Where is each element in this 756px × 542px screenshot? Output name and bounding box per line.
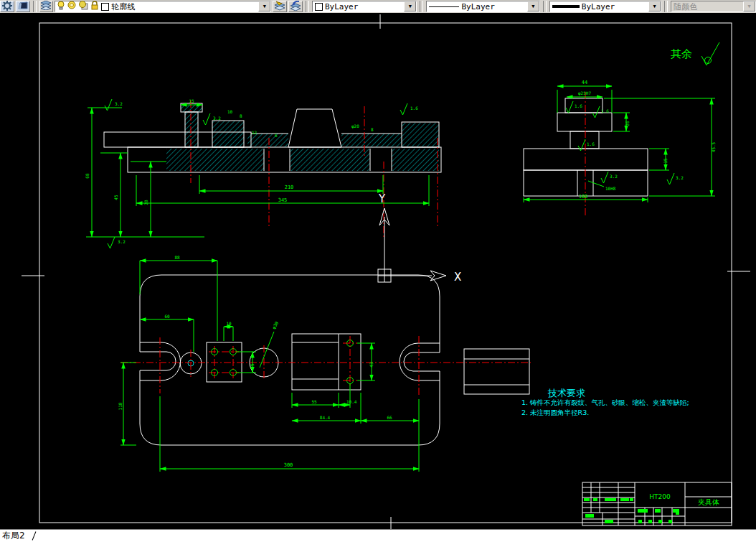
roughness-symbol [667,173,674,184]
toolbar-separator [306,1,309,12]
dim-text: 10 [226,321,232,326]
sheet-frame [22,14,750,530]
dim-text: 55 [311,399,317,404]
roughness-value: 3.2 [213,116,221,121]
gear-icon [2,1,12,13]
toolbar-separator [33,1,37,12]
bulb-icon [57,1,65,12]
dim-text: 68 [85,173,90,179]
dim-text: 84.4 [320,415,331,420]
layer-properties-button[interactable] [0,1,14,12]
roughness-value: 3.2 [118,239,126,244]
toolbar-separator [664,1,668,12]
dim-text: 100 [579,194,588,200]
ucs-x-label: X [454,271,461,284]
linetype-combo[interactable]: ByLayer ▼ [426,1,539,12]
layers-icon [41,1,52,12]
roughness-value: 1.6 [410,106,418,111]
roughness-value: 1.6 [587,141,595,146]
color-combo[interactable]: ByLayer ▼ [312,1,417,12]
plot-style-value: 随颜色 [674,1,697,12]
surface-finish-note: 其余 [671,42,719,65]
dim-text: 345 [278,197,288,203]
drawing-canvas[interactable]: 210 345 3.2 3.2 3.2 68 45 28 15 10 8 12 … [0,13,756,530]
layer-combo[interactable]: 轮廓线 ▼ [55,1,271,12]
dim-text: 8 [240,113,242,118]
lock-icon [90,1,99,12]
layer-states-button[interactable] [16,1,30,12]
make-object-layer-current-button[interactable] [273,1,287,12]
roughness-value: 1.6 [575,103,582,108]
toolbar: 轮廓线 ▼ ByLayer ▼ ByLayer ▼ ByLayer ▼ 随颜色 … [0,0,756,14]
front-section-view: 210 345 3.2 3.2 3.2 68 45 28 15 10 8 12 … [85,98,441,248]
chevron-down-icon[interactable]: ▼ [404,1,416,11]
layer-states-icon [18,1,28,13]
layer-color-swatch [101,3,109,11]
plan-view: 88 60 10 25 φ30 43 55 10.4 84.4 66 300 1… [118,255,531,472]
tech-req-title: 技术要求 [547,388,585,398]
roughness-value: 3.2 [676,175,684,180]
dim-text: φ25H7 [578,90,591,96]
dim-text: 43 [369,362,374,368]
title-block: HT200 夹具体 [582,482,732,525]
layer-previous-button[interactable] [288,1,303,12]
plot-style-combo: 随颜色 ▼ [671,1,756,12]
dim-text: 12 [252,130,257,135]
roughness-value: 3.2 [610,174,618,179]
dim-text: 6 [275,133,278,138]
lineweight-sample [552,5,580,8]
layers-panel-button[interactable] [39,1,54,12]
roughness-symbol [601,172,608,183]
chevron-down-icon[interactable]: ▼ [527,1,539,11]
roughness-symbol [105,99,112,111]
dim-text: 88 [174,255,180,260]
layer-name: 轮廓线 [111,1,135,12]
color-value: ByLayer [325,2,358,11]
tech-req-line: 1. 铸件不允许有裂纹、气孔、砂眼、缩松、夹渣等缺陷; [521,398,689,406]
dim-text: 10H8 [605,186,616,191]
ucs-icon: Y X [378,192,461,284]
dim-text: 60 [164,314,170,319]
layers-undo-icon [290,1,301,13]
layout-tab[interactable]: 布局2 [0,530,28,542]
part-name-cell: 夹具体 [698,498,719,506]
dim-text: φ20 [351,123,359,129]
linetype-sample [429,6,459,7]
chevron-down-icon: ▼ [743,1,755,11]
sun-icon [67,1,77,12]
lineweight-value: ByLayer [582,2,615,11]
dim-text: 118 [118,402,123,410]
dim-text: 10.4 [346,399,357,404]
toolbar-separator [420,1,423,12]
chevron-down-icon[interactable]: ▼ [648,1,661,11]
linetype-value: ByLayer [461,2,494,11]
roughness-value: 3.2 [115,101,123,106]
dim-text: φ30 [271,320,280,330]
roughness-symbol [566,101,573,113]
roughness-symbol [400,103,407,115]
dim-text: 28 [143,200,148,205]
layout-tab-divider [32,531,36,540]
dim-text: 15 [663,158,668,164]
material-cell: HT200 [649,493,671,500]
chevron-down-icon[interactable]: ▼ [258,1,270,11]
lineweight-combo[interactable]: ByLayer ▼ [549,1,661,12]
dim-text: 15 [189,98,194,103]
technical-requirements: 技术要求 1. 铸件不允许有裂纹、气孔、砂眼、缩松、夹渣等缺陷; 2. 未注明圆… [521,388,689,416]
roughness-symbol [592,106,600,118]
sun-viewport-icon [79,1,88,12]
dim-text: 45.5 [711,141,716,152]
current-color-swatch [315,3,323,11]
dim-text: 26 [625,121,630,126]
dim-text: 44 [582,80,587,85]
layers-arrow-icon [275,1,285,13]
tech-req-line: 2. 未注明圆角半径R3. [521,408,589,416]
roughness-value: 1.6 [601,108,609,113]
roughness-symbol [108,237,115,248]
roughness-symbol [578,139,585,151]
dim-text: 210 [285,184,294,190]
status-bar: 布局2 [0,529,756,542]
dim-text: 8 [371,127,374,132]
dim-text: 66 [387,415,392,420]
roughness-symbol [203,113,210,125]
